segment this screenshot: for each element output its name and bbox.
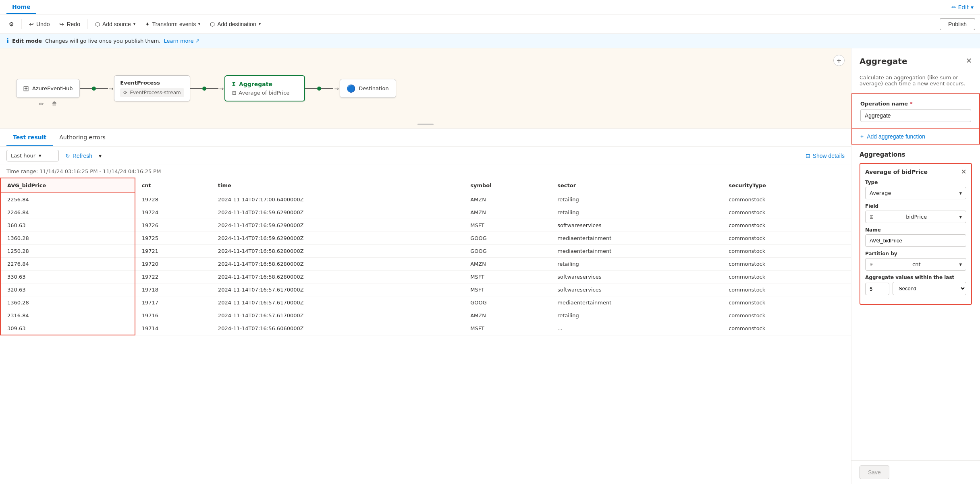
line-1: [80, 88, 92, 89]
table-row: 309.63197142024-11-14T07:16:56.6060000ZM…: [0, 322, 851, 335]
table-cell: commonstock: [722, 296, 851, 309]
table-cell: commonstock: [722, 219, 851, 232]
info-icon: ℹ: [6, 37, 9, 45]
event-hub-icon: ⊞: [23, 84, 29, 93]
table-cell: 19716: [135, 309, 212, 322]
event-process-node[interactable]: EventProcess ⟳ EventProcess-stream: [114, 75, 190, 101]
learn-more-link[interactable]: Learn more ↗: [164, 38, 199, 44]
edit-button[interactable]: ✏ Edit ▾: [951, 4, 974, 10]
right-panel: Aggregate ✕ Calculate an aggregation (li…: [851, 48, 980, 484]
separator-2: [87, 19, 88, 29]
arrow-2: →: [219, 85, 224, 92]
table-cell: retailing: [551, 193, 722, 206]
table-cell: 330.63: [0, 271, 135, 283]
operation-name-section: Operation name *: [851, 93, 980, 129]
agg-field-value: bidPrice: [906, 214, 927, 220]
add-aggregate-function-button[interactable]: + Add aggregate function: [851, 129, 980, 145]
agg-type-value: Average: [870, 190, 891, 196]
aggregate-sub-icon: ⊟: [232, 90, 236, 96]
save-button[interactable]: Save: [860, 465, 889, 479]
azure-event-hub-node[interactable]: ⊞ AzureEventHub ✏ 🗑: [16, 79, 80, 98]
table-cell: 320.63: [0, 283, 135, 296]
pipeline-row: ⊞ AzureEventHub ✏ 🗑 → EventProcess: [16, 75, 835, 101]
table-cell: mediaentertainment: [551, 245, 722, 258]
table-cell: softwareservices: [551, 283, 722, 296]
tab-authoring-errors[interactable]: Authoring errors: [53, 129, 112, 146]
agg-type-field: Type Average ▾: [865, 180, 966, 199]
table-row: 1360.28197252024-11-14T07:16:59.6290000Z…: [0, 232, 851, 245]
test-toolbar: Last hour ▾ ↻ Refresh ▾ ⊟ Show details: [0, 147, 851, 165]
table-cell: commonstock: [722, 245, 851, 258]
show-details-button[interactable]: ⊟ Show details: [806, 153, 845, 159]
table-cell: retailing: [551, 309, 722, 322]
destination-label: Destination: [359, 85, 389, 91]
expand-button[interactable]: ▾: [99, 153, 102, 159]
agg-name-input[interactable]: [865, 234, 966, 247]
refresh-button[interactable]: ↻ Refresh: [62, 150, 96, 161]
agg-values-field: Aggregate values within the last Second …: [865, 275, 966, 295]
agg-card-close-button[interactable]: ✕: [961, 168, 966, 176]
table-row: 2246.84197242024-11-14T07:16:59.6290000Z…: [0, 206, 851, 219]
table-cell: 19728: [135, 193, 212, 206]
agg-partition-label: Partition by: [865, 251, 966, 256]
publish-button[interactable]: Publish: [940, 18, 975, 30]
table-cell: MSFT: [464, 219, 551, 232]
table-cell: commonstock: [722, 232, 851, 245]
test-tabs: Test result Authoring errors: [0, 129, 851, 147]
time-range-select[interactable]: Last hour ▾: [6, 150, 59, 161]
table-row: 1250.28197212024-11-14T07:16:58.6280000Z…: [0, 245, 851, 258]
table-cell: 2024-11-14T07:16:59.6290000Z: [212, 232, 464, 245]
arrow-1: →: [109, 85, 114, 92]
tab-home[interactable]: Home: [6, 0, 36, 14]
add-pipeline-button[interactable]: +: [833, 55, 845, 66]
info-bar: ℹ Edit mode Changes will go live once yo…: [0, 34, 980, 48]
panel-footer: Save: [851, 460, 980, 484]
agg-partition-select[interactable]: ⊞ cnt ▾: [865, 258, 966, 271]
event-hub-edit-btn[interactable]: ✏: [37, 99, 46, 109]
table-cell: 19724: [135, 206, 212, 219]
table-cell: AMZN: [464, 193, 551, 206]
operation-name-input[interactable]: [860, 109, 971, 122]
table-cell: retailing: [551, 258, 722, 271]
undo-button[interactable]: ↩ Undo: [25, 19, 54, 30]
add-destination-button[interactable]: ⬡ Add destination ▾: [206, 19, 265, 30]
aggregate-node-sub: ⊟ Average of bidPrice: [232, 90, 298, 96]
agg-type-select[interactable]: Average ▾: [865, 187, 966, 199]
event-hub-label: AzureEventHub: [32, 85, 73, 91]
table-cell: GOOG: [464, 245, 551, 258]
event-hub-actions: ✏ 🗑: [37, 99, 59, 109]
add-source-button[interactable]: ⬡ Add source ▾: [91, 19, 139, 30]
table-cell: AMZN: [464, 206, 551, 219]
destination-node[interactable]: 🔵 Destination: [340, 79, 396, 98]
event-hub-delete-btn[interactable]: 🗑: [50, 99, 59, 109]
table-cell: softwareservices: [551, 219, 722, 232]
table-cell: 19717: [135, 296, 212, 309]
agg-value-unit-select[interactable]: Second Minute Hour: [893, 282, 966, 295]
table-cell: 2024-11-14T07:16:58.6280000Z: [212, 271, 464, 283]
table-cell: 2246.84: [0, 206, 135, 219]
settings-button[interactable]: ⚙: [5, 19, 18, 30]
agg-value-number-input[interactable]: [865, 283, 889, 295]
aggregate-node[interactable]: Σ Aggregate ⊟ Average of bidPrice ✏ 🗑: [224, 75, 305, 101]
agg-partition-chevron: ▾: [959, 261, 962, 267]
data-table: AVG_bidPrice cnt time symbol sector secu…: [0, 178, 851, 335]
redo-button[interactable]: ↪ Redo: [55, 19, 84, 30]
table-cell: commonstock: [722, 283, 851, 296]
event-process-title: EventProcess: [120, 80, 184, 86]
line-2: [96, 88, 108, 89]
agg-card-title: Average of bidPrice: [865, 169, 928, 175]
table-cell: 19722: [135, 271, 212, 283]
table-cell: 19726: [135, 219, 212, 232]
tab-test-result[interactable]: Test result: [6, 129, 53, 146]
transform-chevron: ▾: [198, 22, 200, 26]
dot-2: [202, 87, 206, 91]
table-cell: commonstock: [722, 271, 851, 283]
agg-field-select[interactable]: ⊞ bidPrice ▾: [865, 211, 966, 223]
transform-events-button[interactable]: ✦ Transform events ▾: [141, 19, 204, 30]
table-row: 2256.84197282024-11-14T07:17:00.6400000Z…: [0, 193, 851, 206]
table-row: 320.63197182024-11-14T07:16:57.6170000ZM…: [0, 283, 851, 296]
table-cell: softwareservices: [551, 271, 722, 283]
table-cell: AMZN: [464, 258, 551, 271]
col-header-sector: sector: [551, 178, 722, 193]
panel-close-button[interactable]: ✕: [966, 56, 972, 65]
